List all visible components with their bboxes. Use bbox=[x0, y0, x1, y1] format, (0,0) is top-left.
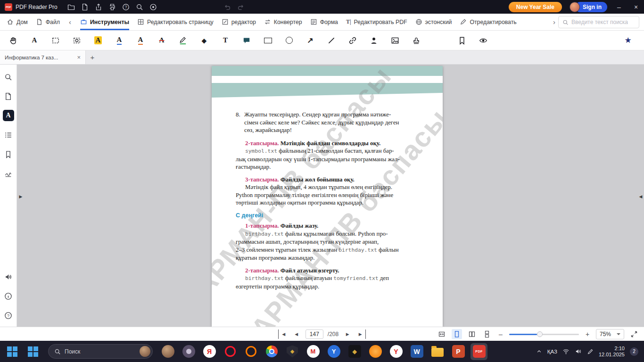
signature-tool-icon[interactable] bbox=[368, 35, 380, 46]
widgets-icon[interactable] bbox=[4, 343, 21, 360]
settings-icon[interactable] bbox=[147, 2, 160, 12]
squiggly-underline-tool-icon[interactable]: A bbox=[135, 35, 146, 46]
document-canvas[interactable]: АРМАН-ПВ баспасы АРМАН-ПВ баспасы 8. Жау… bbox=[17, 65, 644, 327]
sidebar-thumbnails-icon[interactable] bbox=[3, 90, 14, 102]
expand-left-panel-icon[interactable]: ▶ bbox=[18, 193, 24, 200]
menu-estonian[interactable]: эстонский bbox=[415, 14, 452, 30]
note-comment-tool-icon[interactable] bbox=[241, 35, 252, 46]
strikethrough-tool-icon[interactable]: A bbox=[156, 35, 167, 46]
menu-tools[interactable]: Инструменты bbox=[80, 14, 129, 30]
last-page-button[interactable]: ▶ bbox=[356, 329, 366, 339]
tab-close-icon[interactable]: × bbox=[77, 54, 81, 61]
taskbar-app-pdf-reader[interactable]: PDF bbox=[471, 343, 487, 360]
taskbar-app-opera[interactable] bbox=[222, 343, 239, 360]
taskbar-app-camera[interactable] bbox=[180, 343, 197, 360]
help-icon[interactable]: ? bbox=[120, 2, 132, 12]
marquee-select-tool-icon[interactable] bbox=[50, 35, 61, 46]
open-folder-icon[interactable] bbox=[65, 2, 78, 12]
read-aloud-icon[interactable] bbox=[3, 271, 14, 282]
line-tool-icon[interactable] bbox=[326, 35, 337, 46]
taskbar-app-word[interactable]: W bbox=[408, 343, 425, 360]
link-tool-icon[interactable] bbox=[347, 35, 358, 46]
search-input[interactable] bbox=[571, 19, 628, 25]
sidebar-search-icon[interactable] bbox=[3, 71, 14, 82]
fullscreen-icon[interactable] bbox=[629, 329, 639, 339]
sidebar-signature-icon[interactable] bbox=[3, 168, 14, 179]
taskbar-app-yandex[interactable]: Я bbox=[201, 343, 218, 360]
select-text-tool-icon[interactable]: A bbox=[29, 35, 40, 46]
close-button[interactable]: × bbox=[628, 0, 644, 14]
two-page-view-icon[interactable] bbox=[467, 329, 477, 339]
menu-form[interactable]: Форма bbox=[310, 14, 338, 30]
rectangle-tool-icon[interactable] bbox=[262, 35, 273, 46]
taskbar-app-ok[interactable] bbox=[367, 343, 384, 360]
first-page-button[interactable]: ◀ bbox=[278, 329, 288, 339]
underline-tool-icon[interactable]: A bbox=[114, 35, 125, 46]
new-tab-button[interactable]: + bbox=[86, 50, 99, 64]
circle-tool-icon[interactable] bbox=[283, 35, 295, 46]
taskbar-app-mail[interactable]: М bbox=[305, 343, 322, 360]
arrow-tool-icon[interactable]: ↗ bbox=[305, 35, 316, 46]
single-page-view-icon[interactable] bbox=[452, 329, 462, 339]
info-icon[interactable] bbox=[3, 290, 14, 302]
print-icon[interactable] bbox=[106, 2, 119, 12]
continuous-scroll-view-icon[interactable] bbox=[482, 329, 492, 339]
volume-icon[interactable] bbox=[575, 348, 582, 355]
pen-icon[interactable] bbox=[587, 348, 594, 355]
menu-scroll-left[interactable]: ‹ bbox=[68, 14, 72, 30]
search-icon[interactable] bbox=[133, 2, 146, 12]
expand-right-panel-icon[interactable]: ◀ bbox=[638, 193, 644, 200]
hand-tool-icon[interactable] bbox=[8, 35, 19, 46]
menu-edit-pdf[interactable]: T|Редактировать PDF bbox=[346, 14, 407, 30]
sidebar-bookmarks-icon[interactable] bbox=[3, 148, 14, 160]
menu-redact[interactable]: Отредактировать bbox=[460, 14, 516, 30]
new-year-sale-button[interactable]: New Year Sale bbox=[509, 2, 562, 12]
menu-home[interactable]: Дом bbox=[7, 14, 28, 30]
zoom-area-tool-icon[interactable] bbox=[71, 35, 83, 46]
user-avatar[interactable] bbox=[570, 2, 580, 12]
menu-scroll-right[interactable]: › bbox=[552, 14, 556, 30]
taskbar-app-y-blue[interactable]: Y bbox=[325, 343, 342, 360]
eraser-tool-icon[interactable]: ◆ bbox=[198, 35, 210, 46]
wifi-icon[interactable] bbox=[562, 348, 570, 355]
sidebar-outline-icon[interactable] bbox=[3, 129, 14, 140]
zoom-slider-knob[interactable] bbox=[537, 331, 543, 337]
page-number-input[interactable]: 147 bbox=[305, 329, 323, 339]
stamp-tool-icon[interactable] bbox=[411, 35, 422, 46]
bookmark-icon[interactable] bbox=[456, 35, 468, 46]
share-icon[interactable] bbox=[92, 2, 105, 12]
menu-converter[interactable]: Конвертер bbox=[264, 14, 302, 30]
taskbar-app-profile[interactable] bbox=[159, 343, 176, 360]
zoom-out-button[interactable]: – bbox=[497, 330, 504, 338]
preview-eye-icon[interactable] bbox=[478, 35, 489, 46]
taskbar-app-game-shield[interactable]: ◆ bbox=[284, 343, 301, 360]
zoom-in-button[interactable]: + bbox=[584, 330, 591, 338]
fit-width-icon[interactable] bbox=[437, 329, 447, 339]
freehand-pen-tool-icon[interactable] bbox=[177, 35, 189, 46]
taskbar-clock[interactable]: 2:10 12.01.2025 bbox=[599, 346, 625, 358]
taskbar-search[interactable]: Поиск bbox=[48, 344, 153, 359]
taskbar-app-powerpoint[interactable]: P bbox=[450, 343, 467, 360]
image-tool-icon[interactable] bbox=[389, 35, 401, 46]
next-page-button[interactable]: ▶ bbox=[343, 329, 352, 339]
menu-edit-page[interactable]: Редактировать страницу bbox=[137, 14, 214, 30]
undo-icon[interactable] bbox=[221, 2, 234, 12]
taskbar-app-opera-gx[interactable] bbox=[242, 343, 259, 360]
favorites-star-icon[interactable]: ★ bbox=[622, 35, 634, 46]
start-button[interactable] bbox=[25, 343, 41, 360]
menu-file[interactable]: Файл bbox=[36, 14, 60, 30]
notification-badge[interactable]: 2 bbox=[630, 347, 638, 356]
help-circle-icon[interactable]: ? bbox=[3, 310, 14, 321]
previous-page-button[interactable]: ◀ bbox=[292, 329, 301, 339]
zoom-slider[interactable] bbox=[509, 334, 579, 335]
taskbar-app-explorer[interactable] bbox=[429, 343, 446, 360]
zoom-level-select[interactable]: 75% bbox=[596, 329, 624, 339]
language-indicator[interactable]: ҚАЗ bbox=[547, 349, 557, 354]
minimize-button[interactable]: – bbox=[611, 0, 627, 14]
redo-icon[interactable] bbox=[235, 2, 248, 12]
taskbar-app-diamond[interactable]: ◆ bbox=[346, 343, 363, 360]
tray-chevron-up-icon[interactable] bbox=[536, 348, 542, 354]
taskbar-app-chrome[interactable] bbox=[263, 343, 280, 360]
taskbar-app-y-red[interactable]: Y bbox=[388, 343, 405, 360]
highlight-tool-icon[interactable]: A bbox=[92, 35, 104, 46]
